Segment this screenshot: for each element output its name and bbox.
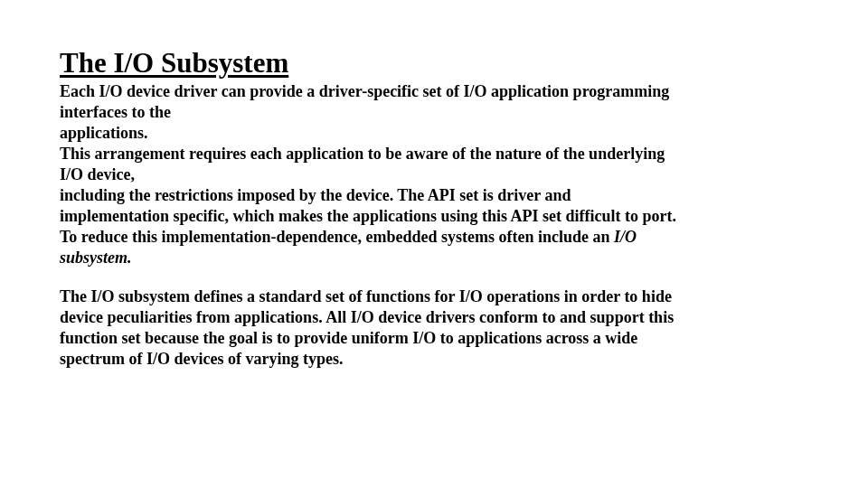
text-line: applications. — [60, 123, 808, 144]
paragraph-1: Each I/O device driver can provide a dri… — [60, 81, 808, 268]
text-line: function set because the goal is to prov… — [60, 328, 808, 349]
document-page: The I/O Subsystem Each I/O device driver… — [0, 0, 868, 370]
text-line: device peculiarities from applications. … — [60, 307, 808, 328]
text-line: I/O device, — [60, 164, 808, 185]
text-italic: subsystem. — [60, 248, 808, 268]
paragraph-2: The I/O subsystem defines a standard set… — [60, 286, 808, 370]
text-line: This arrangement requires each applicati… — [60, 144, 808, 164]
page-title: The I/O Subsystem — [60, 47, 808, 80]
text-line: implementation specific, which makes the… — [60, 206, 808, 227]
text-run: To reduce this implementation-dependence… — [60, 228, 614, 246]
text-italic: I/O — [614, 228, 637, 246]
text-line: To reduce this implementation-dependence… — [60, 227, 808, 248]
text-line: Each I/O device driver can provide a dri… — [60, 81, 808, 102]
text-line: spectrum of I/O devices of varying types… — [60, 349, 808, 370]
text-line: including the restrictions imposed by th… — [60, 185, 808, 206]
text-line: interfaces to the — [60, 102, 808, 123]
text-line: The I/O subsystem defines a standard set… — [60, 286, 808, 307]
